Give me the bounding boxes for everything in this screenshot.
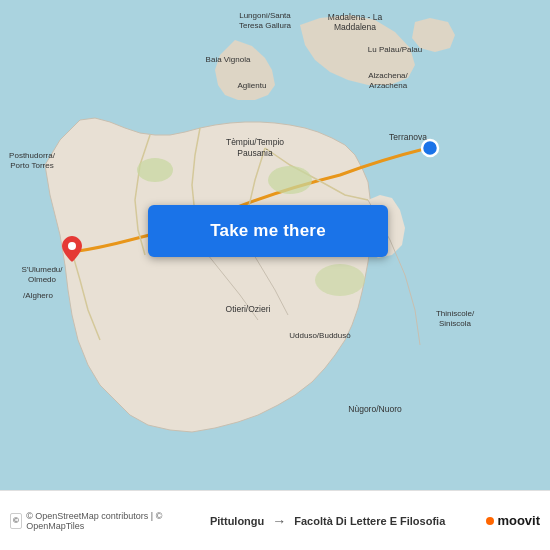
svg-text:Lu Palau/Palau: Lu Palau/Palau — [368, 45, 422, 54]
svg-point-26 — [422, 140, 438, 156]
moovit-dot — [486, 517, 494, 525]
moovit-text: moovit — [497, 513, 540, 528]
attribution: © © OpenStreetMap contributors | © OpenM… — [10, 511, 169, 531]
svg-text:/Alghero: /Alghero — [23, 291, 53, 300]
svg-text:Olmedo: Olmedo — [28, 275, 57, 284]
svg-text:Otieri/Ozieri: Otieri/Ozieri — [226, 304, 271, 314]
svg-text:Teresa Gallura: Teresa Gallura — [239, 21, 292, 30]
svg-text:Aglientu: Aglientu — [238, 81, 267, 90]
svg-text:Siniscola: Siniscola — [439, 319, 472, 328]
svg-text:Porto Torres: Porto Torres — [10, 161, 53, 170]
take-me-there-label: Take me there — [210, 221, 326, 241]
osm-logo: © — [10, 513, 22, 529]
destination-label: Facoltà Di Lettere E Filosofia — [294, 515, 445, 527]
take-me-there-button[interactable]: Take me there — [148, 205, 388, 257]
svg-text:Pausania: Pausania — [237, 148, 273, 158]
moovit-logo: moovit — [486, 513, 540, 528]
svg-text:S'Ulumedu/: S'Ulumedu/ — [21, 265, 63, 274]
svg-text:Maddalena: Maddalena — [334, 22, 376, 32]
svg-text:Tèmpiu/Tempio: Tèmpiu/Tempio — [226, 137, 284, 147]
route-info: Pittulongu → Facoltà Di Lettere E Filoso… — [169, 513, 487, 529]
arrow-icon: → — [272, 513, 286, 529]
svg-point-2 — [268, 166, 312, 194]
svg-text:Arzachena: Arzachena — [369, 81, 408, 90]
svg-text:Lungoni/Santa: Lungoni/Santa — [239, 11, 291, 20]
attribution-text: © OpenStreetMap contributors | © OpenMap… — [26, 511, 169, 531]
svg-text:Terranova: Terranova — [389, 132, 427, 142]
svg-text:Posthudorra/: Posthudorra/ — [9, 151, 56, 160]
svg-text:Alzachena/: Alzachena/ — [368, 71, 408, 80]
svg-text:Madalena - La: Madalena - La — [328, 12, 383, 22]
svg-text:Udduso/Buddusò: Udduso/Buddusò — [289, 331, 351, 340]
svg-text:Nùgoro/Nuoro: Nùgoro/Nuoro — [348, 404, 402, 414]
svg-text:Thiniscole/: Thiniscole/ — [436, 309, 475, 318]
svg-text:Baia Vignola: Baia Vignola — [206, 55, 251, 64]
bottom-bar: © © OpenStreetMap contributors | © OpenM… — [0, 490, 550, 550]
svg-point-1 — [137, 158, 173, 182]
svg-point-3 — [315, 264, 365, 296]
map-container: Madalena - La Maddalena Lungoni/Santa Te… — [0, 0, 550, 490]
origin-label: Pittulongu — [210, 515, 264, 527]
svg-point-27 — [68, 242, 76, 250]
